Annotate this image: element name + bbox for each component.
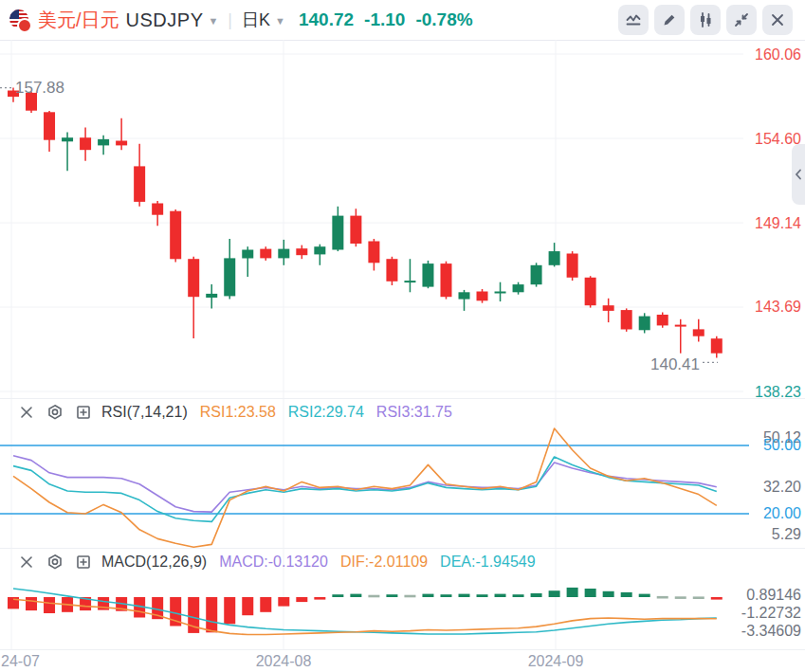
candle-body <box>477 292 488 301</box>
candle-body <box>585 278 596 305</box>
low-price-marker: 140.41 <box>650 355 700 373</box>
trading-chart-app: { "header": { "pair_cn": "美元/日元", "pair_… <box>0 0 805 672</box>
price-axis-label: 149.14 <box>755 215 801 231</box>
candle-body <box>639 317 650 331</box>
candle-body <box>350 216 361 244</box>
rsi1-value: RSI1:23.58 <box>200 404 276 421</box>
price-axis-label: 154.60 <box>755 131 801 147</box>
macd-histogram-bar <box>603 591 614 597</box>
candle-body <box>693 329 704 336</box>
axis-separator <box>0 649 805 650</box>
macd-scale-label: 0.89146 <box>746 587 801 603</box>
macd-histogram-bar <box>459 594 470 597</box>
macd-histogram-bar <box>711 597 723 600</box>
panel-separator <box>0 548 805 549</box>
macd-settings-icon[interactable] <box>46 554 64 571</box>
candle-body <box>206 294 217 298</box>
rsi2-value: RSI2:29.74 <box>288 404 364 421</box>
axis-collapse-handle[interactable] <box>792 144 805 205</box>
macd-histogram-bar <box>26 597 37 610</box>
candle-body <box>440 263 451 297</box>
date-axis-label: 2024-08 <box>256 653 312 669</box>
candle-body <box>242 250 253 259</box>
candle-body <box>531 265 542 284</box>
candle-body <box>278 249 289 259</box>
macd-histogram-bar <box>477 594 488 597</box>
candle-body <box>188 259 199 297</box>
macd-histogram-bar <box>585 589 596 597</box>
macd-histogram-bar <box>657 596 668 599</box>
macd-histogram-bar <box>675 596 686 599</box>
rsi-close-icon[interactable] <box>19 405 34 420</box>
candle-body <box>549 251 560 265</box>
macd-scale-label: -1.22732 <box>741 605 801 621</box>
rsi-settings-icon[interactable] <box>46 404 64 421</box>
macd-histogram-bar <box>567 588 578 597</box>
candle-body <box>44 112 55 139</box>
macd-histogram-bar <box>531 593 542 597</box>
price-axis-label: 143.69 <box>755 299 801 315</box>
candle-body <box>711 338 723 354</box>
macd-histogram-bar <box>621 592 632 597</box>
macd-histogram-bar <box>260 597 271 612</box>
macd-panel-header: MACD(12,26,9) MACD:-0.13120 DIF:-2.01109… <box>19 550 536 574</box>
candle-body <box>314 246 325 254</box>
candle-body <box>80 137 91 150</box>
candle-body <box>332 216 343 250</box>
candle-body <box>98 139 109 146</box>
rsi3-line <box>13 456 717 512</box>
macd-scale-label: -3.34609 <box>741 623 801 639</box>
macd-histogram-bar <box>296 597 307 602</box>
candle-body <box>224 258 235 296</box>
candle-body <box>404 281 415 282</box>
macd-histogram-bar <box>206 597 217 632</box>
macd-histogram-bar <box>639 594 650 597</box>
high-price-marker: 157.88 <box>15 79 64 97</box>
candle-body <box>675 325 686 327</box>
candle-body <box>657 315 668 325</box>
macd-histogram-bar <box>404 595 415 598</box>
rsi-panel-header: RSI(7,14,21) RSI1:23.58 RSI2:29.74 RSI3:… <box>19 400 452 425</box>
rsi-scale-label: 20.00 <box>763 505 801 521</box>
macd-close-icon[interactable] <box>19 554 34 570</box>
macd-histogram-bar <box>350 594 361 597</box>
candle-body <box>116 141 127 146</box>
macd-histogram-bar <box>368 595 379 598</box>
candle-body <box>368 242 379 263</box>
candle-body <box>422 263 433 287</box>
date-axis-label: 24-07 <box>1 653 40 669</box>
rsi-add-icon[interactable] <box>76 405 91 420</box>
macd-title: MACD(12,26,9) <box>101 554 207 571</box>
dif-value: DIF:-2.01109 <box>340 554 428 571</box>
macd-histogram-bar <box>422 594 433 597</box>
panel-separator <box>0 398 805 399</box>
macd-value: MACD:-0.13120 <box>219 554 328 571</box>
macd-histogram-bar <box>332 594 343 597</box>
candle-body <box>134 166 145 202</box>
macd-histogram-bar <box>495 594 506 597</box>
dea-value: DEA:-1.94549 <box>440 554 536 571</box>
macd-histogram-bar <box>44 597 55 613</box>
candle-body <box>495 292 506 294</box>
candle-body <box>260 249 271 259</box>
candle-body <box>603 305 614 311</box>
chevron-left-icon <box>795 169 802 180</box>
macd-histogram-bar <box>549 590 560 597</box>
macd-histogram-bar <box>8 597 19 608</box>
date-axis-label: 2024-09 <box>528 653 584 669</box>
macd-histogram-bar <box>693 596 704 599</box>
candle-body <box>296 248 307 255</box>
macd-add-icon[interactable] <box>76 554 91 570</box>
macd-histogram-bar <box>314 597 325 600</box>
candle-body <box>386 259 397 282</box>
macd-histogram-bar <box>386 594 397 597</box>
rsi3-value: RSI3:31.75 <box>376 404 452 421</box>
macd-histogram-bar <box>224 597 235 624</box>
candle-body <box>621 310 632 329</box>
candle-body <box>513 284 524 292</box>
rsi-scale-label: 5.29 <box>772 526 801 542</box>
candle-body <box>170 211 181 260</box>
rsi-title: RSI(7,14,21) <box>101 404 188 421</box>
macd-histogram-bar <box>242 597 253 615</box>
macd-histogram-bar <box>513 594 524 597</box>
